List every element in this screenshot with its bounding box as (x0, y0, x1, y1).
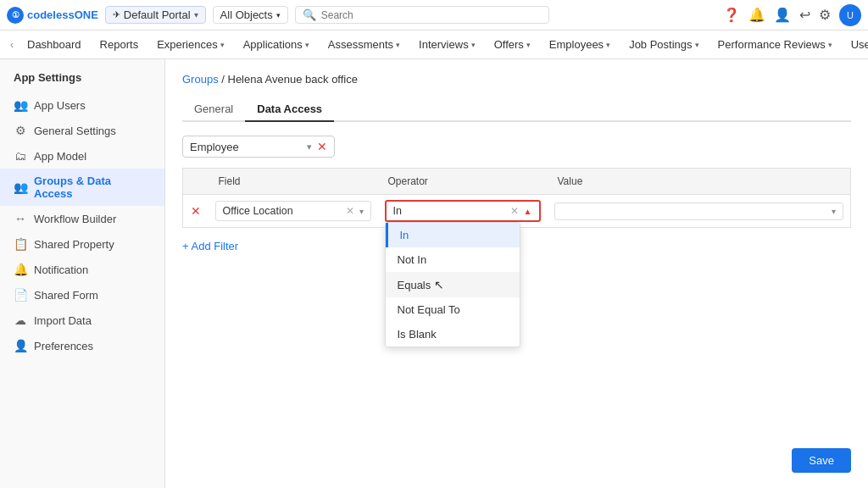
experiences-caret-icon: ▾ (220, 41, 225, 49)
sidebar-label-notification: Notification (34, 263, 88, 276)
content-area: Groups / Helena Avenue back office Gener… (165, 59, 868, 488)
avatar[interactable]: U (839, 4, 861, 26)
offers-caret-icon: ▾ (526, 41, 531, 49)
breadcrumb: Groups / Helena Avenue back office (182, 73, 851, 86)
operator-select-text: In (393, 205, 505, 217)
groups-data-access-icon: 👥 (14, 180, 27, 194)
model-select-arrow-icon: ▾ (307, 141, 312, 152)
sidebar-item-workflow-builder[interactable]: ↔ Workflow Builder (0, 206, 164, 231)
app-model-icon: 🗂 (14, 149, 27, 163)
operator-option-is-blank[interactable]: Is Blank (386, 322, 520, 347)
sidebar-label-app-users: App Users (34, 99, 86, 112)
field-select[interactable]: Office Location ✕ ▾ (215, 201, 371, 221)
nav-left-arrow[interactable]: ‹ (7, 39, 17, 51)
operator-option-not-equal-to[interactable]: Not Equal To (386, 297, 520, 322)
nav-item-dashboard[interactable]: Dashboard (19, 30, 90, 59)
settings-icon[interactable]: ⚙ (819, 7, 831, 23)
breadcrumb-separator: / (221, 73, 227, 86)
applications-caret-icon: ▾ (305, 41, 309, 49)
employees-caret-icon: ▾ (606, 41, 610, 49)
operator-option-not-in[interactable]: Not In (386, 247, 520, 272)
search-input[interactable] (321, 9, 542, 21)
sidebar-label-import-data: Import Data (34, 314, 92, 327)
top-bar: ① codelessONE ✈ Default Portal ▾ All Obj… (0, 0, 868, 30)
assessments-caret-icon: ▾ (396, 41, 400, 49)
sidebar-item-notification[interactable]: 🔔 Notification (0, 257, 164, 282)
field-select-text: Office Location (223, 205, 341, 217)
sidebar-title: App Settings (0, 71, 164, 92)
sidebar: App Settings 👥 App Users ⚙ General Setti… (0, 59, 165, 488)
model-select[interactable]: Employee ▾ ✕ (182, 136, 335, 158)
sidebar-item-preferences[interactable]: 👤 Preferences (0, 333, 164, 358)
logo-text: codelessONE (27, 8, 98, 21)
breadcrumb-parent[interactable]: Groups (182, 73, 219, 86)
nav-item-offers[interactable]: Offers ▾ (486, 30, 539, 59)
workflow-builder-icon: ↔ (14, 212, 27, 225)
operator-option-in[interactable]: In (386, 223, 520, 247)
all-objects-caret-icon: ▾ (276, 11, 281, 19)
nav-item-applications[interactable]: Applications ▾ (235, 30, 318, 59)
filter-row: ✕ Office Location ✕ ▾ In ✕ (183, 195, 851, 228)
import-data-icon: ☁ (14, 313, 27, 327)
tab-general[interactable]: General (182, 97, 245, 122)
interviews-caret-icon: ▾ (471, 41, 476, 49)
filter-header: Employee ▾ ✕ (182, 136, 851, 158)
nav-item-employees[interactable]: Employees ▾ (541, 30, 619, 59)
filter-row-delete-icon[interactable]: ✕ (191, 204, 201, 218)
notification-icon[interactable]: 🔔 (748, 7, 765, 23)
operator-select[interactable]: In ✕ ▲ (385, 200, 541, 222)
add-filter-label: + Add Filter (182, 240, 238, 252)
sidebar-item-import-data[interactable]: ☁ Import Data (0, 308, 164, 333)
sidebar-label-shared-form: Shared Form (34, 289, 98, 302)
sidebar-item-app-users[interactable]: 👥 App Users (0, 92, 164, 118)
sidebar-label-app-model: App Model (34, 150, 86, 163)
help-icon[interactable]: ❓ (723, 7, 740, 23)
app-users-icon: 👥 (14, 98, 27, 112)
nav-item-interviews[interactable]: Interviews ▾ (410, 30, 484, 59)
search-bar[interactable]: 🔍 (295, 6, 549, 24)
portal-button[interactable]: ✈ Default Portal ▾ (105, 6, 206, 24)
sidebar-item-shared-property[interactable]: 📋 Shared Property (0, 231, 164, 257)
all-objects-label: All Objects (220, 8, 273, 21)
nav-item-performance-reviews[interactable]: Performance Reviews ▾ (709, 30, 841, 59)
tab-data-access[interactable]: Data Access (245, 97, 334, 122)
nav-item-reports[interactable]: Reports (92, 30, 147, 59)
sidebar-label-preferences: Preferences (34, 340, 93, 352)
nav-bar: ‹ Dashboard Reports Experiences ▾ Applic… (0, 30, 868, 59)
top-icons: ❓ 🔔 👤 ↩ ⚙ U (723, 4, 861, 26)
nav-item-user-profile[interactable]: User Profile ▾ (843, 30, 868, 59)
model-select-text: Employee (190, 141, 302, 153)
model-select-clear-icon[interactable]: ✕ (317, 140, 327, 153)
operator-select-arrow-icon: ▲ (524, 207, 532, 216)
users-icon[interactable]: 👤 (774, 7, 791, 23)
col-field: Field (209, 169, 378, 195)
portal-arrow-icon: ▾ (194, 10, 198, 19)
nav-item-assessments[interactable]: Assessments ▾ (320, 30, 409, 59)
nav-item-experiences[interactable]: Experiences ▾ (148, 30, 233, 59)
shared-property-icon: 📋 (14, 237, 27, 251)
history-icon[interactable]: ↩ (799, 7, 810, 23)
logo: ① codelessONE (7, 7, 98, 24)
sidebar-item-general-settings[interactable]: ⚙ General Settings (0, 118, 164, 143)
sidebar-item-app-model[interactable]: 🗂 App Model (0, 143, 164, 169)
col-delete (183, 169, 209, 195)
save-button[interactable]: Save (792, 448, 851, 473)
value-select[interactable]: ▾ (554, 202, 844, 220)
shared-form-icon: 📄 (14, 288, 27, 302)
value-select-arrow-icon: ▾ (832, 207, 836, 216)
field-select-clear-icon[interactable]: ✕ (346, 205, 354, 217)
sidebar-label-workflow-builder: Workflow Builder (34, 213, 116, 225)
nav-item-job-postings[interactable]: Job Postings ▾ (620, 30, 707, 59)
all-objects-button[interactable]: All Objects ▾ (213, 6, 288, 24)
filter-table: Field Operator Value ✕ Office Location ✕… (182, 168, 851, 228)
operator-select-clear-icon[interactable]: ✕ (510, 205, 519, 217)
operator-option-equals[interactable]: Equals ↖ (386, 272, 520, 297)
portal-label: Default Portal (124, 8, 191, 21)
general-settings-icon: ⚙ (14, 124, 27, 137)
job-postings-caret-icon: ▾ (695, 41, 699, 49)
search-icon: 🔍 (303, 8, 316, 21)
sidebar-item-groups-data-access[interactable]: 👥 Groups & Data Access (0, 169, 164, 206)
tabs: General Data Access (182, 97, 851, 122)
sidebar-item-shared-form[interactable]: 📄 Shared Form (0, 282, 164, 308)
sidebar-label-shared-property: Shared Property (34, 238, 114, 251)
